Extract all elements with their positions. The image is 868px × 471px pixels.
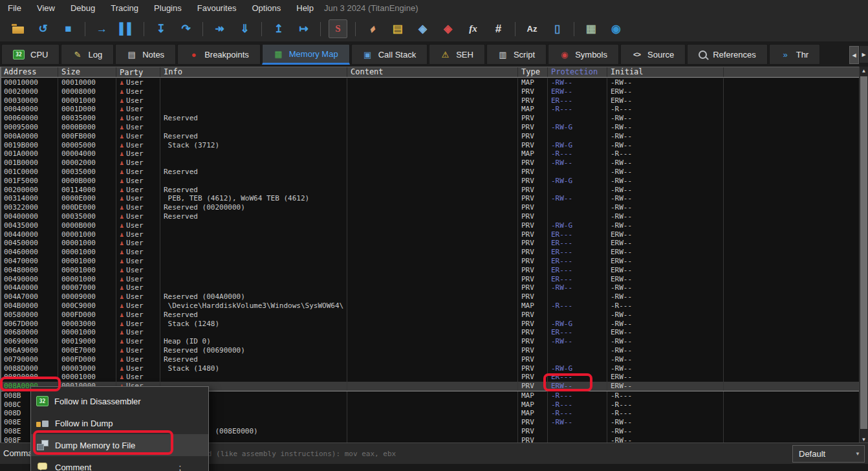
stop-icon[interactable]: ■ xyxy=(60,20,77,38)
comment-icon[interactable]: ▤ xyxy=(389,20,406,38)
run-to-user-code-icon[interactable]: ↦ xyxy=(295,20,312,38)
size-cell: 00001000 xyxy=(58,248,116,257)
table-row[interactable]: 001A000000004000♟UserMAP-R----R--- xyxy=(1,149,859,159)
trace-icon[interactable]: S xyxy=(329,19,347,38)
protection-cell: ER--- xyxy=(548,239,607,248)
vertical-scrollbar[interactable]: ▲ ▼ xyxy=(859,67,868,444)
menu-item-comment[interactable]: Comment; xyxy=(31,456,208,471)
column-header-party[interactable]: Party xyxy=(116,67,160,77)
animate-into-icon[interactable]: ↠ xyxy=(211,20,228,38)
tab-source[interactable]: <>Source xyxy=(620,44,686,65)
table-row[interactable]: 0003000000001000♟UserPRVER---ERW-- xyxy=(1,96,859,105)
table-row[interactable]: 0020000000114000♟UserReservedPRV-RW-- xyxy=(1,186,859,195)
table-row[interactable]: 0046000000001000♟UserPRVER---ERW-- xyxy=(1,248,859,257)
column-header-address[interactable]: Address xyxy=(1,67,58,77)
menu-debug[interactable]: Debug xyxy=(63,1,103,16)
address-cell: 00435000 xyxy=(1,221,58,230)
help-globe-icon[interactable]: ◉ xyxy=(607,20,625,38)
open-file-icon[interactable] xyxy=(9,20,27,38)
step-into-icon[interactable]: ↧ xyxy=(152,20,169,38)
table-row[interactable]: 0006000000035000♟UserReservedPRV-RW-- xyxy=(1,114,859,123)
scroll-up-icon[interactable]: ▲ xyxy=(860,67,868,76)
table-row[interactable]: 001F50000000B000♟UserPRV-RW-G-RW-- xyxy=(1,177,859,186)
menu-favourites[interactable]: Favourites xyxy=(190,1,244,16)
table-row[interactable]: 0088D00000003000♟User Stack (1480)PRV-RW… xyxy=(1,364,859,373)
tab-memory-map[interactable]: ▦Memory Map xyxy=(262,44,350,65)
column-header-info[interactable]: Info xyxy=(160,67,347,77)
restart-icon[interactable]: ↺ xyxy=(34,20,52,38)
menu-view[interactable]: View xyxy=(29,1,63,16)
protection-cell: ER--- xyxy=(548,230,607,239)
table-row[interactable]: 00322000000DE000♟UserReserved (00200000)… xyxy=(1,203,859,212)
tab-log[interactable]: ✎Log xyxy=(61,44,114,65)
tab-scroll-right-button[interactable]: ▶ xyxy=(860,46,868,63)
labels-icon[interactable]: ◈ xyxy=(414,20,431,38)
table-row[interactable]: 000A0000000FB000♟UserReservedPRV-RW-- xyxy=(1,132,859,141)
table-row[interactable]: 00790000000FD000♟UserReservedPRV-RW-- xyxy=(1,355,859,364)
table-row[interactable]: 0047000000001000♟UserPRVER---ERW-- xyxy=(1,257,859,266)
type-cell: PRV xyxy=(518,168,548,177)
column-header-content[interactable]: Content xyxy=(347,67,518,77)
table-row[interactable]: 001B000000002000♟UserPRV-RW---RW-- xyxy=(1,159,859,168)
table-row[interactable]: 00580000000FD000♟UserReservedPRV-RW-- xyxy=(1,311,859,320)
table-row[interactable]: 0068000000001000♟UserPRVER---ERW-- xyxy=(1,328,859,337)
table-row[interactable]: 003140000000E000♟User PEB, TEB (4612), W… xyxy=(1,194,859,203)
animate-over-icon[interactable]: ⇓ xyxy=(236,20,254,38)
column-header-initial[interactable]: Initial xyxy=(607,67,724,77)
memory-layout-icon[interactable]: ▯ xyxy=(548,20,566,38)
menu-file[interactable]: File xyxy=(0,1,29,16)
calculator-icon[interactable]: ▦ xyxy=(582,20,600,38)
menu-tracing[interactable]: Tracing xyxy=(103,1,146,16)
table-row[interactable]: 0067D00000003000♟User Stack (1248)PRV-RW… xyxy=(1,320,859,329)
table-row[interactable]: 0002000000008000♟UserPRVERW--ERW-- xyxy=(1,87,859,96)
table-row[interactable]: 0040000000035000♟UserReservedPRV-RW-- xyxy=(1,212,859,221)
tab-cpu[interactable]: 32CPU xyxy=(1,44,60,65)
table-row[interactable]: 000400000001D000♟UserMAP-R----R--- xyxy=(1,105,859,114)
step-out-icon[interactable]: ↥ xyxy=(270,20,287,38)
hash-icon[interactable]: # xyxy=(490,20,507,38)
menu-item-follow-in-dump[interactable]: Follow in Dump xyxy=(31,412,208,434)
table-row[interactable]: 000950000000B000♟UserPRV-RW-G-RW-- xyxy=(1,123,859,132)
menu-item-dump-memory-to-file[interactable]: Dump Memory to File xyxy=(31,434,208,456)
table-row[interactable]: 004A000000007000♟UserPRV-RW---RW-- xyxy=(1,283,859,292)
tab-thr[interactable]: »Thr xyxy=(769,44,821,65)
functions-icon[interactable]: fx xyxy=(464,20,482,38)
table-row[interactable]: 0001000000010000♟UserMAP-RW---RW-- xyxy=(1,78,859,87)
tab-seh[interactable]: ⚠SEH xyxy=(429,44,485,65)
menu-plugins[interactable]: Plugins xyxy=(146,1,190,16)
column-header-size[interactable]: Size xyxy=(58,67,116,77)
step-over-icon[interactable]: ↷ xyxy=(177,20,195,38)
table-row[interactable]: 0019B00000005000♟User Stack (3712)PRV-RW… xyxy=(1,141,859,150)
menu-item-follow-in-disassembler[interactable]: 32Follow in Disassembler xyxy=(31,390,208,412)
tab-script[interactable]: ▥Script xyxy=(486,44,547,65)
table-row[interactable]: 0069000000019000♟UserHeap (ID 0)PRV-RW--… xyxy=(1,337,859,346)
profile-dropdown[interactable]: Default ▼ xyxy=(792,445,865,463)
table-row[interactable]: 004A700000009000♟UserReserved (004A0000)… xyxy=(1,292,859,301)
table-row[interactable]: 0049000000001000♟UserPRVER---ERW-- xyxy=(1,275,859,284)
table-row[interactable]: 0048000000001000♟UserPRVER---ERW-- xyxy=(1,266,859,275)
patches-icon[interactable]: ▰ xyxy=(360,16,384,41)
filler-cell xyxy=(724,391,859,400)
bookmarks-icon[interactable]: ◈ xyxy=(439,20,457,38)
table-row[interactable]: 004B0000000C9000♟User \Device\HarddiskVo… xyxy=(1,301,859,311)
tab-notes[interactable]: ▤Notes xyxy=(115,44,176,65)
menu-help[interactable]: Help xyxy=(288,1,321,16)
table-row[interactable]: 0089000000001000♟UserPRVER---ERW-- xyxy=(1,373,859,382)
menu-options[interactable]: Options xyxy=(244,1,288,16)
tab-symbols[interactable]: ◉Symbols xyxy=(548,44,619,65)
table-row[interactable]: 0044000000001000♟UserPRVER---ERW-- xyxy=(1,230,859,239)
column-header-protection[interactable]: Protection xyxy=(548,67,607,77)
tab-breakpoints[interactable]: ●Breakpoints xyxy=(177,44,261,65)
tab-call-stack[interactable]: ▣Call Stack xyxy=(351,44,428,65)
table-row[interactable]: 001C000000035000♟UserReservedPRV-RW-- xyxy=(1,168,859,177)
table-row[interactable]: 004350000000B000♟UserPRV-RW-G-RW-- xyxy=(1,221,859,230)
tab-scroll-left-button[interactable]: ◀ xyxy=(849,46,859,64)
text-icon[interactable]: Az xyxy=(523,20,541,38)
table-row[interactable]: 006A9000000E7000♟UserReserved (00690000)… xyxy=(1,346,859,355)
pause-icon[interactable]: ▌▌ xyxy=(118,20,136,38)
scrollbar-thumb[interactable] xyxy=(860,76,867,429)
column-header-type[interactable]: Type xyxy=(518,67,548,77)
tab-references[interactable]: References xyxy=(687,44,767,65)
table-row[interactable]: 0045000000001000♟UserPRVER---ERW-- xyxy=(1,239,859,248)
run-icon[interactable]: → xyxy=(93,20,111,38)
